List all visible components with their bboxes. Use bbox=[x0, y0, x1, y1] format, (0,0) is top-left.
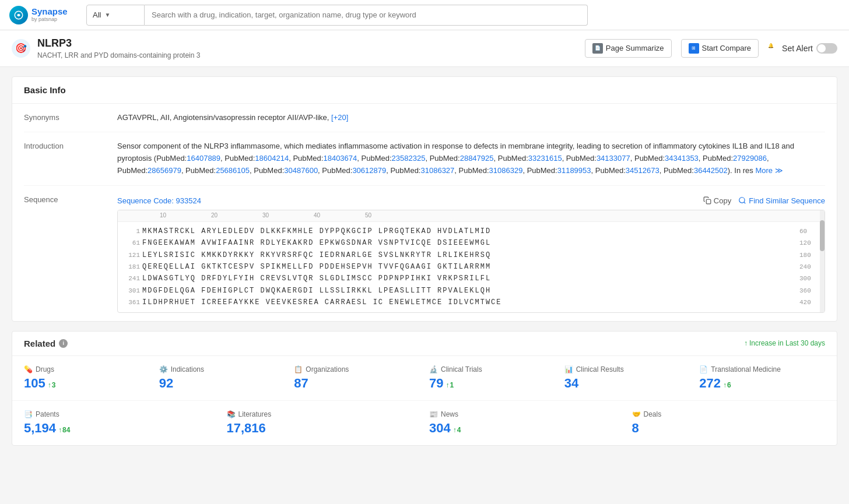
pubmed-link-14[interactable]: 31086327 bbox=[420, 166, 454, 175]
seq-linecode-1: MKMASTRCKL ARYLEDLEDV DLKKFKMHLE DYPPQKG… bbox=[142, 225, 797, 237]
pubmed-link-3[interactable]: 18403674 bbox=[323, 154, 357, 163]
pubmed-link-12[interactable]: 30487600 bbox=[284, 166, 318, 175]
related-item-drugs[interactable]: 💊 Drugs 105 ↑ 3 bbox=[24, 365, 150, 391]
intro-more-link[interactable]: More ≫ bbox=[755, 166, 783, 175]
seq-lineend-2: 120 bbox=[799, 238, 820, 249]
seq-line-5: 241 LDWASGTLYQ DRFDYLFYIH CREVSLVTQR SLG… bbox=[122, 273, 820, 284]
synonyms-label: Synonyms bbox=[24, 112, 94, 122]
seq-linecode-2: FNGEEKAWAM AVWIFAAINR RDLYEKAKRD EPKWGSD… bbox=[142, 237, 797, 249]
pubmed-link-9[interactable]: 27929086 bbox=[733, 154, 767, 163]
sequence-scrollbar[interactable] bbox=[820, 210, 825, 312]
search-category-dropdown[interactable]: All ▼ bbox=[86, 5, 145, 26]
related-info-icon[interactable]: i bbox=[59, 339, 68, 348]
indications-count: 92 bbox=[159, 376, 285, 391]
pubmed-link-4[interactable]: 23582325 bbox=[392, 154, 426, 163]
pubmed-link-11[interactable]: 25686105 bbox=[216, 166, 250, 175]
organizations-label: Organizations bbox=[306, 365, 349, 373]
title-text: NLRP3 NACHT, LRR and PYD domains-contain… bbox=[37, 37, 200, 59]
pubmed-link-18[interactable]: 36442502 bbox=[694, 166, 728, 175]
translational-medicine-label: Translational Medicine bbox=[711, 365, 781, 373]
basic-info-card: Basic Info Synonyms AGTAVPRL, AII, Angio… bbox=[12, 76, 837, 322]
deals-count-value: 8 bbox=[632, 421, 639, 436]
translational-medicine-count: 272 ↑ 6 bbox=[699, 376, 825, 391]
synonyms-more-link[interactable]: [+20] bbox=[331, 113, 348, 122]
pubmed-link-15[interactable]: 31086329 bbox=[489, 166, 523, 175]
deals-count: 8 bbox=[632, 421, 826, 436]
literatures-label-wrap: 📚 Literatures bbox=[227, 410, 420, 418]
related-item-literatures[interactable]: 📚 Literatures 17,816 bbox=[227, 410, 420, 436]
main-content: Basic Info Synonyms AGTAVPRL, AII, Angio… bbox=[0, 67, 849, 464]
seq-line-3: 121 LEYLSRISIC KMKKDYRKKY RKYVRSRFQC IED… bbox=[122, 249, 820, 261]
seq-linecode-4: QEREQELLAI GKTKTCESPV SPIKMELLFD PDDEHSE… bbox=[142, 261, 797, 273]
clinical-trials-badge: ↑ 1 bbox=[445, 381, 454, 389]
pubmed-link-8[interactable]: 34341353 bbox=[665, 154, 699, 163]
logo-text: Synapse by patsnap bbox=[31, 7, 68, 22]
related-item-deals[interactable]: 🤝 Deals 8 bbox=[632, 410, 826, 436]
seq-lineend-1: 60 bbox=[799, 226, 820, 237]
pubmed-link-1[interactable]: 16407889 bbox=[187, 154, 220, 163]
patents-count-value: 5,194 bbox=[24, 421, 56, 436]
find-similar-button[interactable]: Find Similar Sequence bbox=[738, 196, 825, 205]
pubmed-link-17[interactable]: 34512673 bbox=[626, 166, 659, 175]
patents-badge: ↑ 84 bbox=[58, 426, 70, 434]
sequence-code-label: Sequence Code: bbox=[117, 196, 174, 205]
copy-icon bbox=[703, 196, 711, 205]
start-compare-button[interactable]: ⊞ Start Compare bbox=[681, 39, 759, 58]
introduction-text-2: PubMed:28656979, PubMed:25686105, PubMed… bbox=[117, 166, 753, 175]
copy-button[interactable]: Copy bbox=[703, 196, 731, 205]
set-alert-toggle[interactable] bbox=[816, 43, 837, 54]
pubmed-link-6[interactable]: 33231615 bbox=[528, 154, 562, 163]
introduction-label: Introduction bbox=[24, 140, 94, 150]
logo-icon bbox=[9, 6, 28, 24]
seq-lineend-4: 240 bbox=[799, 262, 820, 273]
introduction-value: Sensor component of the NLRP3 inflammaso… bbox=[117, 140, 825, 177]
pubmed-link-7[interactable]: 34133077 bbox=[597, 154, 630, 163]
patents-count: 5,194 ↑ 84 bbox=[24, 421, 217, 436]
related-item-translational-medicine[interactable]: 📄 Translational Medicine 272 ↑ 6 bbox=[699, 365, 825, 391]
sequence-text[interactable]: 1 MKMASTRCKL ARYLEDLEDV DLKKFKMHLE DYPPQ… bbox=[118, 222, 825, 312]
literatures-icon: 📚 bbox=[227, 410, 236, 418]
pubmed-link-5[interactable]: 28847925 bbox=[460, 154, 494, 163]
related-item-organizations[interactable]: 📋 Organizations 87 bbox=[294, 365, 420, 391]
clinical-results-count: 34 bbox=[564, 376, 690, 391]
page-title-bar: 🎯 NLRP3 NACHT, LRR and PYD domains-conta… bbox=[0, 30, 849, 67]
clinical-results-label-wrap: 📊 Clinical Results bbox=[564, 365, 690, 373]
related-item-clinical-results[interactable]: 📊 Clinical Results 34 bbox=[564, 365, 690, 391]
start-compare-label: Start Compare bbox=[702, 44, 752, 52]
seq-linecode-6: MDGFDELQGA FDEHIGPLCT DWQKAERGDI LLSSLIR… bbox=[142, 285, 797, 297]
indications-label-wrap: ⚙️ Indications bbox=[159, 365, 285, 373]
sequence-ruler: 10 20 30 40 50 bbox=[118, 210, 825, 222]
pubmed-link-16[interactable]: 31189953 bbox=[557, 166, 591, 175]
related-item-news[interactable]: 📰 News 304 ↑ 4 bbox=[429, 410, 623, 436]
search-input[interactable] bbox=[145, 5, 588, 26]
drugs-badge: ↑ 3 bbox=[48, 381, 56, 389]
pubmed-link-2[interactable]: 18604214 bbox=[255, 154, 289, 163]
news-count: 304 ↑ 4 bbox=[429, 421, 623, 436]
related-item-clinical-trials[interactable]: 🔬 Clinical Trials 79 ↑ 1 bbox=[429, 365, 555, 391]
find-similar-icon bbox=[738, 196, 746, 205]
introduction-row: Introduction Sensor component of the NLR… bbox=[24, 132, 825, 185]
translational-medicine-label-wrap: 📄 Translational Medicine bbox=[699, 365, 825, 373]
related-grid-row1: 💊 Drugs 105 ↑ 3 ⚙️ Indications 92 bbox=[12, 356, 837, 400]
search-category-label: All bbox=[93, 10, 101, 19]
compare-icon: ⊞ bbox=[689, 43, 699, 54]
related-item-indications[interactable]: ⚙️ Indications 92 bbox=[159, 365, 285, 391]
patents-label-wrap: 📑 Patents bbox=[24, 410, 217, 418]
pubmed-link-10[interactable]: 28656979 bbox=[148, 166, 181, 175]
indications-icon: ⚙️ bbox=[159, 365, 168, 373]
page-summarize-button[interactable]: 📄 Page Summarize bbox=[585, 39, 672, 58]
seq-linenum-6: 301 bbox=[122, 286, 140, 297]
sequence-row: Sequence Sequence Code: 933524 Copy bbox=[24, 186, 825, 321]
synonyms-row: Synonyms AGTAVPRL, AII, Angiotensin/vaso… bbox=[24, 104, 825, 133]
clinical-trials-count: 79 ↑ 1 bbox=[429, 376, 555, 391]
literatures-count-value: 17,816 bbox=[227, 421, 266, 436]
synonyms-value: AGTAVPRL, AII, Angiotensin/vasopressin r… bbox=[117, 112, 825, 124]
clinical-trials-label-wrap: 🔬 Clinical Trials bbox=[429, 365, 555, 373]
increase-text: ↑ Increase in Last 30 days bbox=[744, 339, 825, 347]
related-item-patents[interactable]: 📑 Patents 5,194 ↑ 84 bbox=[24, 410, 217, 436]
organizations-icon: 📋 bbox=[294, 365, 303, 373]
seq-lineend-7: 420 bbox=[799, 297, 820, 308]
ruler-30: 30 bbox=[262, 212, 269, 218]
translational-medicine-count-value: 272 bbox=[699, 376, 721, 391]
pubmed-link-13[interactable]: 30612879 bbox=[352, 166, 386, 175]
